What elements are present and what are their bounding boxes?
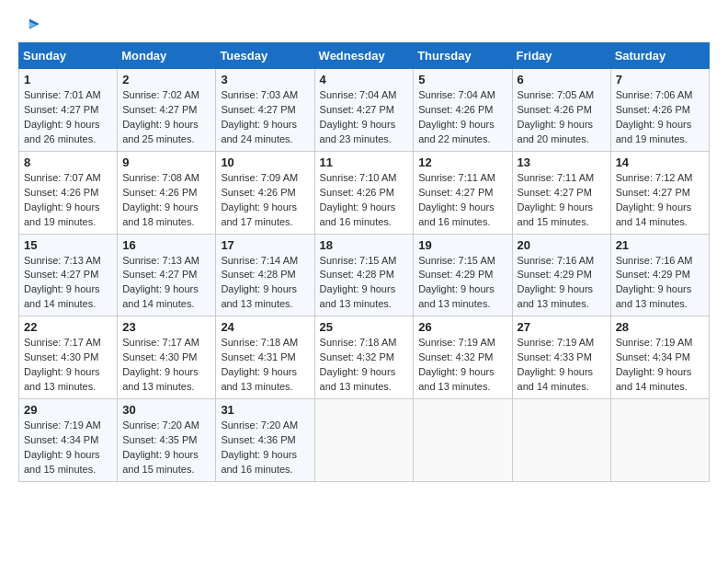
day-info: Sunrise: 7:19 AM Sunset: 4:34 PM Dayligh… <box>616 336 704 395</box>
day-info: Sunrise: 7:04 AM Sunset: 4:27 PM Dayligh… <box>320 88 409 147</box>
day-info: Sunrise: 7:13 AM Sunset: 4:27 PM Dayligh… <box>122 254 210 313</box>
calendar-cell: 7Sunrise: 7:06 AM Sunset: 4:26 PM Daylig… <box>610 69 709 152</box>
day-number: 9 <box>122 155 210 169</box>
day-number: 12 <box>418 155 506 169</box>
calendar-week-row: 29Sunrise: 7:19 AM Sunset: 4:34 PM Dayli… <box>19 399 710 482</box>
day-info: Sunrise: 7:13 AM Sunset: 4:27 PM Dayligh… <box>24 254 112 313</box>
calendar-cell: 14Sunrise: 7:12 AM Sunset: 4:27 PM Dayli… <box>610 151 709 234</box>
day-info: Sunrise: 7:03 AM Sunset: 4:27 PM Dayligh… <box>221 88 309 147</box>
calendar-cell: 22Sunrise: 7:17 AM Sunset: 4:30 PM Dayli… <box>19 316 118 399</box>
logo <box>18 15 40 35</box>
column-header-tuesday: Tuesday <box>216 43 314 69</box>
calendar-cell: 26Sunrise: 7:19 AM Sunset: 4:32 PM Dayli… <box>414 316 512 399</box>
day-info: Sunrise: 7:19 AM Sunset: 4:34 PM Dayligh… <box>24 419 112 477</box>
calendar-cell: 6Sunrise: 7:05 AM Sunset: 4:26 PM Daylig… <box>512 69 610 152</box>
column-header-wednesday: Wednesday <box>314 43 414 69</box>
day-info: Sunrise: 7:19 AM Sunset: 4:32 PM Dayligh… <box>418 336 506 395</box>
day-info: Sunrise: 7:19 AM Sunset: 4:33 PM Dayligh… <box>518 336 606 395</box>
calendar-cell: 27Sunrise: 7:19 AM Sunset: 4:33 PM Dayli… <box>512 316 610 399</box>
day-info: Sunrise: 7:16 AM Sunset: 4:29 PM Dayligh… <box>518 254 606 313</box>
day-number: 14 <box>616 155 704 169</box>
page-header <box>18 15 710 35</box>
day-info: Sunrise: 7:15 AM Sunset: 4:28 PM Dayligh… <box>320 254 409 313</box>
day-number: 19 <box>418 238 506 252</box>
calendar-cell: 13Sunrise: 7:11 AM Sunset: 4:27 PM Dayli… <box>512 151 610 234</box>
day-number: 5 <box>418 73 506 86</box>
day-number: 16 <box>122 238 210 252</box>
calendar-cell: 2Sunrise: 7:02 AM Sunset: 4:27 PM Daylig… <box>118 69 216 152</box>
day-info: Sunrise: 7:06 AM Sunset: 4:26 PM Dayligh… <box>616 88 704 147</box>
day-number: 31 <box>221 403 309 417</box>
calendar-cell: 4Sunrise: 7:04 AM Sunset: 4:27 PM Daylig… <box>314 69 414 152</box>
calendar-cell: 18Sunrise: 7:15 AM Sunset: 4:28 PM Dayli… <box>314 234 414 316</box>
column-header-monday: Monday <box>118 43 216 69</box>
calendar-cell: 15Sunrise: 7:13 AM Sunset: 4:27 PM Dayli… <box>19 234 118 316</box>
day-info: Sunrise: 7:11 AM Sunset: 4:27 PM Dayligh… <box>418 171 506 230</box>
calendar-cell: 10Sunrise: 7:09 AM Sunset: 4:26 PM Dayli… <box>216 151 314 234</box>
calendar-table: SundayMondayTuesdayWednesdayThursdayFrid… <box>18 42 710 482</box>
day-number: 26 <box>418 320 506 334</box>
calendar-cell <box>414 399 512 482</box>
calendar-cell: 20Sunrise: 7:16 AM Sunset: 4:29 PM Dayli… <box>512 234 610 316</box>
day-number: 15 <box>24 238 112 252</box>
calendar-cell <box>512 399 610 482</box>
calendar-week-row: 1Sunrise: 7:01 AM Sunset: 4:27 PM Daylig… <box>19 69 710 152</box>
day-number: 7 <box>616 73 704 86</box>
day-number: 24 <box>221 320 309 334</box>
calendar-cell: 8Sunrise: 7:07 AM Sunset: 4:26 PM Daylig… <box>19 151 118 234</box>
day-number: 1 <box>24 73 112 86</box>
day-info: Sunrise: 7:15 AM Sunset: 4:29 PM Dayligh… <box>418 254 506 313</box>
calendar-cell: 12Sunrise: 7:11 AM Sunset: 4:27 PM Dayli… <box>414 151 512 234</box>
calendar-cell: 21Sunrise: 7:16 AM Sunset: 4:29 PM Dayli… <box>610 234 709 316</box>
day-number: 29 <box>24 403 112 417</box>
day-number: 21 <box>616 238 704 252</box>
day-number: 17 <box>221 238 309 252</box>
calendar-cell: 23Sunrise: 7:17 AM Sunset: 4:30 PM Dayli… <box>118 316 216 399</box>
day-number: 28 <box>616 320 704 334</box>
day-info: Sunrise: 7:20 AM Sunset: 4:36 PM Dayligh… <box>221 419 309 477</box>
day-info: Sunrise: 7:17 AM Sunset: 4:30 PM Dayligh… <box>122 336 210 395</box>
calendar-cell: 25Sunrise: 7:18 AM Sunset: 4:32 PM Dayli… <box>314 316 414 399</box>
calendar-cell <box>610 399 709 482</box>
column-header-friday: Friday <box>512 43 610 69</box>
calendar-cell: 3Sunrise: 7:03 AM Sunset: 4:27 PM Daylig… <box>216 69 314 152</box>
day-info: Sunrise: 7:12 AM Sunset: 4:27 PM Dayligh… <box>616 171 704 230</box>
day-info: Sunrise: 7:07 AM Sunset: 4:26 PM Dayligh… <box>24 171 112 230</box>
day-info: Sunrise: 7:10 AM Sunset: 4:26 PM Dayligh… <box>320 171 409 230</box>
day-info: Sunrise: 7:18 AM Sunset: 4:32 PM Dayligh… <box>320 336 409 395</box>
day-info: Sunrise: 7:16 AM Sunset: 4:29 PM Dayligh… <box>616 254 704 313</box>
day-info: Sunrise: 7:02 AM Sunset: 4:27 PM Dayligh… <box>122 88 210 147</box>
day-info: Sunrise: 7:04 AM Sunset: 4:26 PM Dayligh… <box>418 88 506 147</box>
calendar-cell: 24Sunrise: 7:18 AM Sunset: 4:31 PM Dayli… <box>216 316 314 399</box>
calendar-cell: 16Sunrise: 7:13 AM Sunset: 4:27 PM Dayli… <box>118 234 216 316</box>
column-header-sunday: Sunday <box>19 43 118 69</box>
day-info: Sunrise: 7:20 AM Sunset: 4:35 PM Dayligh… <box>122 419 210 477</box>
calendar-cell: 28Sunrise: 7:19 AM Sunset: 4:34 PM Dayli… <box>610 316 709 399</box>
day-info: Sunrise: 7:08 AM Sunset: 4:26 PM Dayligh… <box>122 171 210 230</box>
day-number: 25 <box>320 320 409 334</box>
calendar-header-row: SundayMondayTuesdayWednesdayThursdayFrid… <box>19 43 710 69</box>
column-header-thursday: Thursday <box>414 43 512 69</box>
calendar-week-row: 15Sunrise: 7:13 AM Sunset: 4:27 PM Dayli… <box>19 234 710 316</box>
column-header-saturday: Saturday <box>610 43 709 69</box>
day-info: Sunrise: 7:01 AM Sunset: 4:27 PM Dayligh… <box>24 88 112 147</box>
day-number: 4 <box>320 73 409 86</box>
calendar-cell: 11Sunrise: 7:10 AM Sunset: 4:26 PM Dayli… <box>314 151 414 234</box>
day-number: 8 <box>24 155 112 169</box>
day-info: Sunrise: 7:18 AM Sunset: 4:31 PM Dayligh… <box>221 336 309 395</box>
day-number: 20 <box>518 238 606 252</box>
calendar-cell: 19Sunrise: 7:15 AM Sunset: 4:29 PM Dayli… <box>414 234 512 316</box>
calendar-cell: 30Sunrise: 7:20 AM Sunset: 4:35 PM Dayli… <box>118 399 216 482</box>
calendar-week-row: 8Sunrise: 7:07 AM Sunset: 4:26 PM Daylig… <box>19 151 710 234</box>
day-info: Sunrise: 7:09 AM Sunset: 4:26 PM Dayligh… <box>221 171 309 230</box>
day-number: 23 <box>122 320 210 334</box>
calendar-cell: 31Sunrise: 7:20 AM Sunset: 4:36 PM Dayli… <box>216 399 314 482</box>
logo-icon <box>20 15 40 35</box>
day-number: 10 <box>221 155 309 169</box>
calendar-cell: 1Sunrise: 7:01 AM Sunset: 4:27 PM Daylig… <box>19 69 118 152</box>
day-number: 11 <box>320 155 409 169</box>
day-info: Sunrise: 7:11 AM Sunset: 4:27 PM Dayligh… <box>518 171 606 230</box>
day-number: 3 <box>221 73 309 86</box>
calendar-cell: 5Sunrise: 7:04 AM Sunset: 4:26 PM Daylig… <box>414 69 512 152</box>
day-number: 22 <box>24 320 112 334</box>
